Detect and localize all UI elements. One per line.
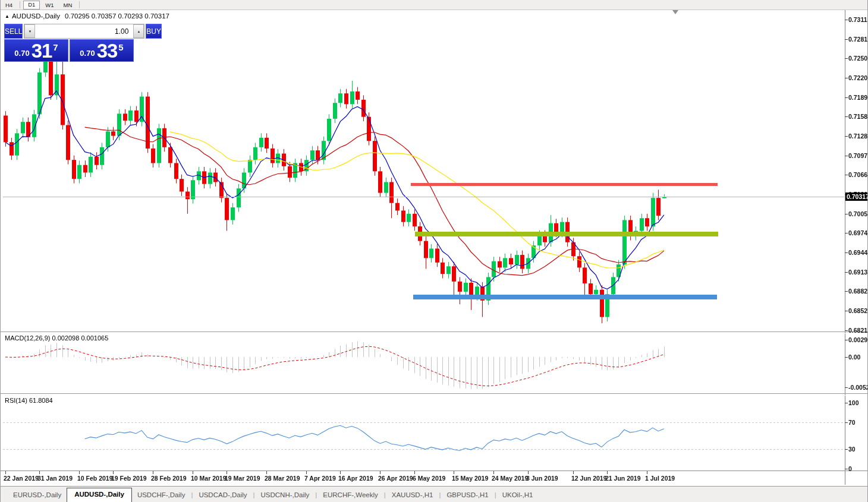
sell-price-prefix: 0.70 (14, 49, 29, 58)
timeframe-button-h4[interactable]: H4 (1, 1, 17, 9)
buy-price-pips: 33 (97, 42, 118, 60)
toolbar-separator (20, 1, 20, 8)
symbol-tab-bar: EURUSD-,DailyAUDUSD-,DailyUSDCHF-,Daily|… (1, 486, 868, 502)
date-label: 26 Apr 2019 (378, 475, 413, 482)
buy-price-display[interactable]: 0.70 33 5 (70, 39, 134, 62)
date-label: 21 Jun 2019 (605, 475, 641, 482)
date-label: 7 Apr 2019 (304, 475, 336, 482)
symbol-arrow-icon: ▲ (5, 14, 10, 19)
date-label: 24 May 2019 (492, 475, 528, 482)
one-click-trade-panel: SELL ▼ ▲ BUY 0.70 31 7 0.70 33 5 (4, 24, 134, 62)
buy-button[interactable]: BUY (146, 24, 162, 39)
sell-price-display[interactable]: 0.70 31 7 (4, 39, 68, 62)
macd-indicator-label: MACD(12,26,9) 0.002098 0.001065 (5, 334, 108, 342)
axis-label: 0.72810 (848, 36, 868, 43)
axis-label: 0.002984 (848, 336, 868, 343)
date-label: 12 Jun 2019 (571, 475, 607, 482)
timeframe-button-mn[interactable]: MN (59, 1, 77, 9)
buy-price-point: 5 (118, 42, 123, 52)
buy-price-prefix: 0.70 (80, 49, 95, 58)
date-label: 10 Mar 2019 (191, 475, 227, 482)
date-label: 15 May 2019 (452, 475, 488, 482)
volume-input[interactable] (35, 24, 133, 38)
axis-label: 0.69130 (848, 269, 868, 276)
support-line[interactable] (413, 295, 717, 299)
axis-label: 0.70970 (848, 152, 868, 159)
axis-label: 70 (848, 419, 856, 426)
tab-usdcad-daily[interactable]: USDCAD-,Daily (193, 489, 252, 502)
volume-increase-button[interactable]: ▲ (133, 24, 144, 38)
sell-price-point: 7 (53, 42, 58, 52)
current-price-line (3, 197, 844, 197)
axis-label: 0.73115 (848, 16, 868, 23)
axis-label: 30 (848, 446, 856, 453)
axis-label: 0.00 (848, 353, 860, 361)
date-label: 10 Feb 2019 (77, 475, 113, 482)
axis-label: 0.68825 (848, 288, 868, 295)
date-label: 22 Jan 2019 (4, 475, 39, 482)
axis-label: 0.69440 (848, 249, 868, 256)
axis-label: 0.71280 (848, 132, 868, 140)
volume-stepper: ▼ ▲ (24, 24, 144, 39)
chart-ohlc-values: 0.70295 0.70357 0.70293 0.70317 (65, 12, 169, 20)
tab-usdchf-daily[interactable]: USDCHF-,Daily (132, 489, 191, 502)
chart-canvas[interactable] (1, 0, 868, 502)
axis-label: 0.72200 (848, 74, 868, 81)
axis-label: 0 (848, 465, 852, 472)
terminal-window: H4D1W1MN ▲AUDUSD-,Daily0.70295 0.70357 0… (0, 0, 868, 502)
axis-label: 0.71585 (848, 113, 868, 120)
tab-eurusd-daily[interactable]: EURUSD-,Daily (8, 489, 67, 502)
timeframe-button-d1[interactable]: D1 (23, 1, 40, 10)
tab-ukoil-h1[interactable]: UKOil-,H1 (497, 489, 539, 502)
chart-shift-marker-icon[interactable] (672, 10, 678, 14)
toolbar-separator (79, 1, 80, 8)
axis-label: -0.005256 (848, 384, 868, 391)
chart-symbol-label: AUDUSD-,Daily (12, 12, 60, 20)
chart-title: ▲AUDUSD-,Daily0.70295 0.70357 0.70293 0.… (5, 12, 169, 20)
date-label: 28 Mar 2019 (265, 475, 300, 482)
timeframe-toolbar: H4D1W1MN (1, 0, 867, 10)
date-label: 28 Feb 2019 (151, 475, 187, 482)
date-label: 16 Apr 2019 (338, 475, 373, 482)
volume-decrease-button[interactable]: ▼ (24, 24, 35, 38)
pane-splitter-rsi[interactable] (1, 393, 868, 396)
axis-label: 0.70665 (848, 171, 868, 178)
tab-gbpusd-h1[interactable]: GBPUSD-,H1 (441, 489, 493, 502)
date-label: 6 May 2019 (413, 475, 445, 482)
tab-eurchf-weekly[interactable]: EURCHF-,Weekly (317, 489, 383, 502)
date-label: 19 Feb 2019 (111, 475, 147, 482)
axis-label: 0.71890 (848, 94, 868, 101)
time-axis-border (1, 471, 868, 471)
resistance-line[interactable] (411, 183, 718, 186)
axis-label: 100 (848, 399, 859, 406)
timeframe-button-w1[interactable]: W1 (41, 1, 58, 9)
pane-splitter-macd[interactable] (1, 331, 868, 334)
sell-button[interactable]: SELL (4, 24, 23, 39)
rsi-indicator-label: RSI(14) 61.8084 (5, 397, 53, 404)
tab-usdcnh-daily[interactable]: USDCNH-,Daily (256, 489, 315, 502)
tab-audusd-daily[interactable]: AUDUSD-,Daily (67, 488, 132, 502)
axis-label: 0.68520 (848, 307, 868, 314)
axis-label: 0.68210 (848, 327, 868, 334)
date-label: 3 Jun 2019 (526, 475, 558, 482)
axis-label: 0.69745 (848, 229, 868, 236)
date-label: 1 Jul 2019 (645, 475, 675, 482)
sell-price-pips: 31 (32, 42, 52, 60)
axis-label: 0.70050 (848, 210, 868, 217)
pivot-line[interactable] (415, 232, 718, 236)
current-price-marker: 0.70317 (845, 192, 868, 201)
tab-xauusd-h1[interactable]: XAUUSD-,H1 (386, 489, 439, 502)
axis-label: 0.72505 (848, 55, 868, 62)
date-label: 19 Mar 2019 (225, 475, 260, 482)
date-label: 31 Jan 2019 (37, 475, 73, 482)
